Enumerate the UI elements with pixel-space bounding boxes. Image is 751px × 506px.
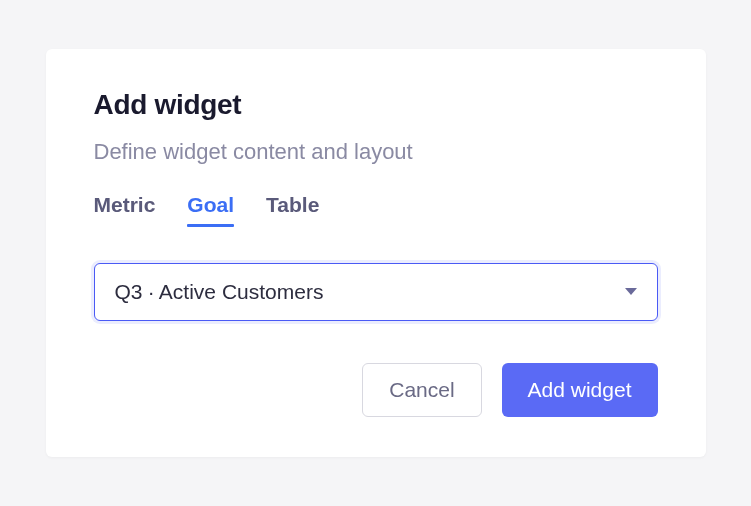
goal-select-wrapper: Q3 · Active Customers: [94, 263, 658, 321]
tab-metric[interactable]: Metric: [94, 193, 156, 227]
modal-subtitle: Define widget content and layout: [94, 139, 658, 165]
goal-select[interactable]: Q3 · Active Customers: [94, 263, 658, 321]
add-widget-button[interactable]: Add widget: [502, 363, 658, 417]
tab-table[interactable]: Table: [266, 193, 319, 227]
modal-title: Add widget: [94, 89, 658, 121]
modal-actions: Cancel Add widget: [94, 363, 658, 417]
add-widget-modal: Add widget Define widget content and lay…: [46, 49, 706, 457]
tab-goal[interactable]: Goal: [187, 193, 234, 227]
cancel-button[interactable]: Cancel: [362, 363, 481, 417]
widget-type-tabs: Metric Goal Table: [94, 193, 658, 227]
